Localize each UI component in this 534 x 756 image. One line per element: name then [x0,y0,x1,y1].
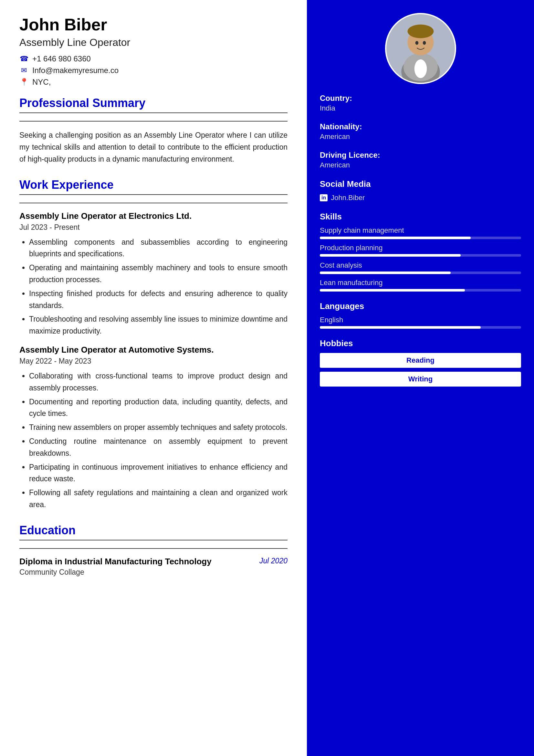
edu-degree-0: Diploma in Industrial Manufacturing Tech… [19,556,212,567]
skill-0-bar-fill [320,237,471,239]
name: John Biber [19,15,288,34]
list-item: Documenting and reporting production dat… [29,396,288,420]
skills-section: Skills Supply chain management Productio… [320,212,521,291]
linkedin-icon: in [320,194,328,202]
skill-0-name: Supply chain management [320,226,521,235]
nationality-section: Nationality: American [320,122,521,141]
hobbies-title: Hobbies [320,338,521,348]
hobby-reading: Reading [320,353,521,368]
education-title: Education [19,524,288,540]
job-1-dates: Jul 2023 - Present [19,223,288,232]
list-item: Troubleshooting and resolving assembly l… [29,313,288,337]
skill-0: Supply chain management [320,226,521,239]
list-item: Inspecting finished products for defects… [29,288,288,311]
list-item: Following all safety regulations and mai… [29,487,288,511]
skill-2: Cost analysis [320,261,521,274]
avatar [385,13,456,84]
svg-point-5 [407,25,434,38]
job-1-title: Assembly Line Operator at Electronics Lt… [19,211,288,221]
edu-divider [19,548,288,549]
lang-0-bar-bg [320,326,521,329]
professional-summary-section: Professional Summary Seeking a challengi… [19,96,288,165]
hobby-writing: Writing [320,372,521,387]
skills-title: Skills [320,212,521,222]
job-2-title: Assembly Line Operator at Automotive Sys… [19,345,288,355]
education-section: Education Diploma in Industrial Manufact… [19,524,288,577]
edu-date-0: Jul 2020 [259,556,288,565]
phone-icon: ☎ [19,55,28,63]
linkedin-handle: John.Biber [331,194,365,202]
right-column: Country: India Nationality: American Dri… [307,0,534,756]
skill-1-bar-fill [320,254,461,256]
avatar-svg [386,13,455,84]
summary-divider [19,121,288,122]
edu-left: Diploma in Industrial Manufacturing Tech… [19,556,212,577]
location-value: NYC, [32,78,51,87]
driving-section: Driving Licence: American [320,150,521,169]
list-item: Assembling components and subassemblies … [29,236,288,260]
country-section: Country: India [320,94,521,113]
phone-item: ☎ +1 646 980 6360 [19,54,288,63]
work-divider [19,202,288,203]
list-item: Training new assemblers on proper assemb… [29,421,288,433]
nationality-label: Nationality: [320,122,521,131]
job-1-bullets: Assembling components and subassemblies … [19,236,288,337]
job-title: Assembly Line Operator [19,37,288,48]
svg-point-7 [422,41,426,45]
svg-point-6 [415,41,418,45]
list-item: Conducting routine maintenance on assemb… [29,435,288,459]
list-item: Participating in continuous improvement … [29,461,288,485]
skill-1: Production planning [320,244,521,256]
professional-summary-title: Professional Summary [19,96,288,113]
list-item: Operating and maintaining assembly machi… [29,262,288,286]
job-2-dates: May 2022 - May 2023 [19,357,288,365]
lang-0: English [320,316,521,329]
languages-title: Languages [320,301,521,311]
country-value: India [320,104,521,113]
personal-info: Country: India Nationality: American Dri… [320,94,521,169]
driving-value: American [320,161,521,169]
lang-0-bar-fill [320,326,481,329]
lang-0-name: English [320,316,521,324]
work-experience-section: Work Experience Assembly Line Operator a… [19,178,288,511]
job-2: Assembly Line Operator at Automotive Sys… [19,345,288,511]
social-media-section: Social Media in John.Biber [320,179,521,202]
driving-label: Driving Licence: [320,150,521,160]
skill-0-bar-bg [320,237,521,239]
email-icon: ✉ [19,66,28,75]
email-item: ✉ Info@makemyresume.co [19,66,288,75]
social-media-title: Social Media [320,179,521,189]
location-item: 📍 NYC, [19,78,288,87]
skill-2-bar-fill [320,272,451,274]
languages-section: Languages English [320,301,521,329]
photo-container [320,0,521,94]
left-column: John Biber Assembly Line Operator ☎ +1 6… [0,0,307,756]
country-label: Country: [320,94,521,103]
job-1: Assembly Line Operator at Electronics Lt… [19,211,288,337]
job-2-bullets: Collaborating with cross-functional team… [19,370,288,511]
skill-3: Lean manufacturing [320,279,521,291]
email-value: Info@makemyresume.co [32,66,118,75]
skill-2-name: Cost analysis [320,261,521,270]
contact-list: ☎ +1 646 980 6360 ✉ Info@makemyresume.co… [19,54,288,87]
list-item: Collaborating with cross-functional team… [29,370,288,394]
hobbies-section: Hobbies Reading Writing [320,338,521,391]
work-experience-title: Work Experience [19,178,288,195]
skill-3-bar-fill [320,289,465,291]
skill-3-name: Lean manufacturing [320,279,521,287]
skill-2-bar-bg [320,272,521,274]
skill-1-name: Production planning [320,244,521,252]
skill-3-bar-bg [320,289,521,291]
svg-point-3 [414,60,427,78]
nationality-value: American [320,132,521,141]
skill-1-bar-bg [320,254,521,256]
location-icon: 📍 [19,78,28,86]
edu-school-0: Community Collage [19,568,212,577]
phone-value: +1 646 980 6360 [32,54,91,63]
summary-text: Seeking a challenging position as an Ass… [19,129,288,165]
linkedin-row: in John.Biber [320,194,521,202]
edu-entry-0: Diploma in Industrial Manufacturing Tech… [19,556,288,577]
